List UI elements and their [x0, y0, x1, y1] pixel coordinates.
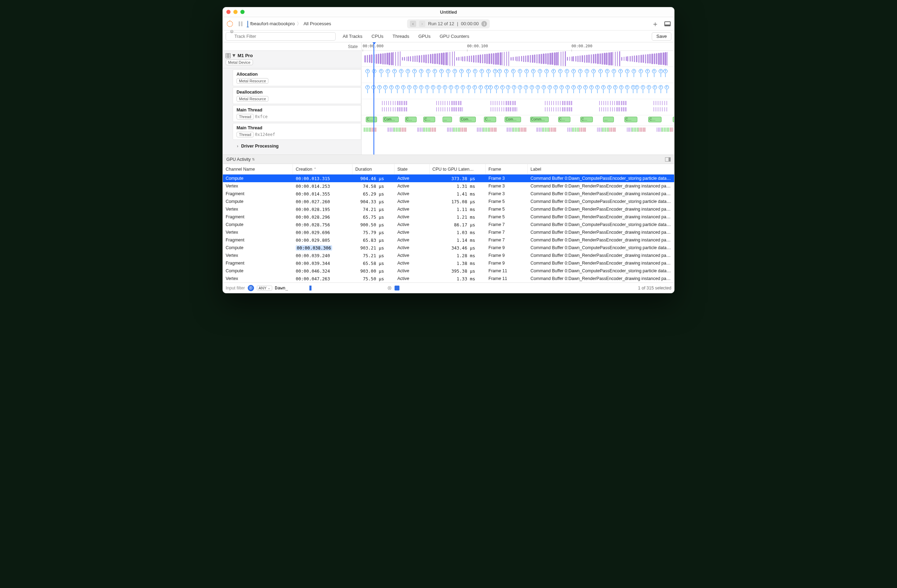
command-buffer-chip[interactable]: C…: [625, 117, 637, 122]
table-row[interactable]: Vertex00:00.039.24075.21 µsActive1.28 ms…: [223, 252, 674, 259]
deallocation-marker[interactable]: T: [647, 85, 651, 89]
allocation-marker[interactable]: T: [480, 69, 484, 73]
table-row[interactable]: Compute00:00.027.260904.33 µsActive175.0…: [223, 198, 674, 205]
allocation-marker[interactable]: T: [406, 69, 410, 73]
deallocation-marker[interactable]: T: [501, 85, 505, 89]
allocation-marker[interactable]: T: [599, 69, 603, 73]
table-row[interactable]: Compute00:00.028.756900.50 µsActive86.17…: [223, 221, 674, 228]
allocation-marker[interactable]: T: [459, 69, 464, 73]
column-header-creation[interactable]: Creation⌃: [293, 164, 352, 174]
allocation-marker[interactable]: T: [504, 69, 508, 73]
allocation-marker[interactable]: T: [366, 69, 370, 73]
allocation-marker[interactable]: T: [531, 69, 536, 73]
deallocation-marker[interactable]: T: [613, 85, 617, 89]
track-main-thread-3[interactable]: Main ThreadThread 0x124eef: [233, 123, 361, 140]
deallocation-marker[interactable]: T: [377, 85, 381, 89]
deallocation-marker[interactable]: T: [554, 85, 558, 89]
allocation-marker[interactable]: T: [612, 69, 616, 73]
deallocation-marker[interactable]: T: [542, 85, 546, 89]
tab-gpus[interactable]: GPUs: [418, 34, 431, 39]
command-buffer-chip[interactable]: C…: [558, 117, 571, 122]
table-row[interactable]: Vertex00:00.028.19574.21 µsActive1.11 ms…: [223, 205, 674, 213]
allocation-marker[interactable]: T: [518, 69, 522, 73]
table-row[interactable]: Compute00:00.038.306903.21 µsActive343.4…: [223, 244, 674, 252]
allocation-marker[interactable]: T: [433, 69, 437, 73]
allocation-marker[interactable]: T: [525, 69, 529, 73]
table-row[interactable]: Vertex00:00.047.26375.50 µsActive1.33 ms…: [223, 275, 674, 282]
table-row[interactable]: Fragment00:00.029.80565.83 µsActive1.14 …: [223, 236, 674, 244]
lane-device-state[interactable]: [361, 51, 674, 67]
allocation-marker[interactable]: T: [426, 69, 430, 73]
column-header-cpu-to-gpu-laten-[interactable]: CPU to GPU Laten…: [430, 164, 486, 174]
allocation-marker[interactable]: T: [565, 69, 569, 73]
deallocation-marker[interactable]: T: [437, 85, 441, 89]
table-body[interactable]: Compute00:00.013.315904.46 µsActive373.3…: [223, 175, 674, 282]
column-header-channel-name[interactable]: Channel Name: [223, 164, 293, 174]
allocation-marker[interactable]: T: [493, 69, 497, 73]
allocation-marker[interactable]: T: [372, 69, 376, 73]
allocation-marker[interactable]: T: [663, 69, 667, 73]
command-buffer-chip[interactable]: …: [442, 117, 452, 122]
deallocation-marker[interactable]: T: [659, 85, 663, 89]
filter-input[interactable]: [275, 285, 306, 291]
track-filter-input[interactable]: [226, 32, 336, 41]
deallocation-marker[interactable]: T: [455, 85, 459, 89]
toggle-panel-icon[interactable]: [664, 21, 670, 26]
device-row[interactable]: ▶ M1 Pro Metal Device: [223, 51, 361, 68]
inspector-toggle-icon[interactable]: [665, 157, 670, 162]
next-run-button[interactable]: ›: [419, 21, 426, 27]
allocation-marker[interactable]: T: [497, 69, 502, 73]
zoom-icon[interactable]: [240, 10, 245, 14]
deallocation-marker[interactable]: T: [536, 85, 540, 89]
column-header-label[interactable]: Label: [528, 164, 674, 174]
command-buffer-chip[interactable]: Com…: [383, 117, 399, 122]
command-buffer-chip[interactable]: C…: [405, 117, 416, 122]
allocation-marker[interactable]: T: [551, 69, 556, 73]
command-buffer-chip[interactable]: C…: [673, 117, 674, 122]
tab-threads[interactable]: Threads: [392, 34, 409, 39]
allocation-marker[interactable]: T: [439, 69, 444, 73]
table-row[interactable]: Vertex00:00.029.69675.79 µsActive1.03 ms…: [223, 228, 674, 236]
minimize-icon[interactable]: [233, 10, 237, 14]
deallocation-marker[interactable]: T: [560, 85, 564, 89]
table-row[interactable]: Fragment00:00.039.34465.58 µsActive1.38 …: [223, 259, 674, 267]
command-buffer-chip[interactable]: C…: [484, 117, 496, 122]
deallocation-marker[interactable]: T: [479, 85, 483, 89]
deallocation-marker[interactable]: T: [571, 85, 576, 89]
allocation-marker[interactable]: T: [466, 69, 471, 73]
deallocation-marker[interactable]: T: [607, 85, 611, 89]
allocation-marker[interactable]: T: [511, 69, 516, 73]
add-button[interactable]: ＋: [652, 20, 659, 28]
allocation-marker[interactable]: T: [538, 69, 542, 73]
command-buffer-chip[interactable]: Comm…: [530, 117, 549, 122]
allocation-marker[interactable]: T: [473, 69, 477, 73]
allocation-marker[interactable]: T: [399, 69, 403, 73]
allocation-marker[interactable]: T: [453, 69, 457, 73]
timeline[interactable]: 00:00.00000:00.10000:00.20000:00.300 TTT…: [361, 42, 674, 155]
deallocation-marker[interactable]: T: [449, 85, 453, 89]
allocation-marker[interactable]: T: [379, 69, 383, 73]
deallocation-marker[interactable]: T: [566, 85, 570, 89]
deallocation-marker[interactable]: T: [413, 85, 417, 89]
deallocation-marker[interactable]: T: [506, 85, 510, 89]
allocation-marker[interactable]: T: [618, 69, 623, 73]
deallocation-marker[interactable]: T: [548, 85, 552, 89]
deallocation-marker[interactable]: T: [524, 85, 528, 89]
tab-gpu-counters[interactable]: GPU Counters: [440, 34, 470, 39]
deallocation-marker[interactable]: T: [407, 85, 411, 89]
deallocation-marker[interactable]: T: [583, 85, 588, 89]
track-deallocation-1[interactable]: DeallocationMetal Resource: [233, 87, 361, 104]
allocation-marker[interactable]: T: [578, 69, 582, 73]
allocation-marker[interactable]: T: [419, 69, 423, 73]
command-buffer-chip[interactable]: C…: [366, 117, 377, 122]
deallocation-marker[interactable]: T: [401, 85, 406, 89]
record-button[interactable]: [227, 20, 233, 28]
close-icon[interactable]: [227, 10, 231, 14]
time-ruler[interactable]: 00:00.00000:00.10000:00.20000:00.300: [361, 42, 674, 51]
column-header-state[interactable]: State: [395, 164, 430, 174]
track-main-thread-2[interactable]: Main ThreadThread 0xfce: [233, 105, 361, 122]
case-toggle-icon[interactable]: [395, 286, 400, 291]
deallocation-marker[interactable]: T: [461, 85, 465, 89]
gpu-activity-selector[interactable]: GPU Activity ⇅: [227, 157, 255, 162]
allocation-marker[interactable]: T: [632, 69, 636, 73]
